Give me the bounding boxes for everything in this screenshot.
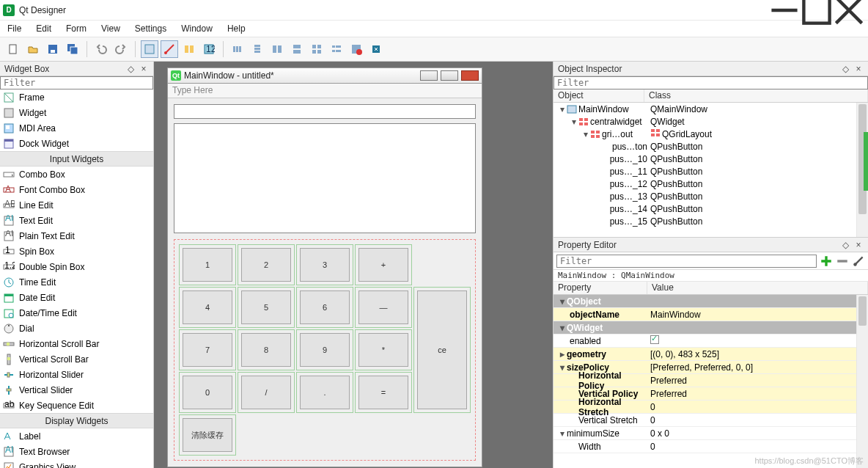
edit-taborder-icon[interactable]: 12 [200,40,218,58]
layout-vsplit-icon[interactable] [288,40,306,58]
remove-dynamic-property-icon[interactable] [836,255,849,268]
widget-item[interactable]: MDI Area [0,120,153,136]
prop-hpolicy[interactable]: Horizontal Policy [553,370,647,391]
object-tree[interactable]: ▾MainWindowQMainWindow▾centralwidgetQWid… [553,103,868,237]
widget-item[interactable]: AIPlain Text Edit [0,228,153,244]
widget-item[interactable]: Graphics View [0,459,153,468]
form-lineedit[interactable] [174,104,476,119]
keypad-button[interactable]: = [358,376,408,409]
form-textedit[interactable] [174,123,476,233]
prop-enabled[interactable]: enabled [553,336,647,346]
edit-buddies-icon[interactable] [180,40,198,58]
widget-item[interactable]: Date Edit [0,290,153,305]
widget-item[interactable]: Frame [0,89,153,105]
widget-item[interactable]: Vertical Scroll Bar [0,351,153,367]
menu-settings[interactable]: Settings [128,22,174,35]
object-tree-row[interactable]: ▾centralwidgetQWidget [553,115,868,128]
menu-help[interactable]: Help [220,22,253,35]
oi-col-object[interactable]: Object [553,89,644,102]
form-menu-hint[interactable]: Type Here [168,84,482,98]
keypad-button[interactable]: . [300,376,350,409]
widget-item[interactable]: AFont Combo Box [0,182,153,197]
layout-form-icon[interactable] [328,40,345,58]
layout-horizontal-icon[interactable] [229,40,246,58]
section-qobject[interactable]: QObject [567,296,601,307]
widget-item[interactable]: 1Spin Box [0,244,153,259]
widget-item[interactable]: Dock Widget [0,136,153,151]
widget-item[interactable]: Horizontal Slider [0,367,153,382]
menu-view[interactable]: View [94,22,128,35]
menu-window[interactable]: Window [174,22,220,35]
prop-minsize[interactable]: minimumSize [567,428,619,439]
widget-item[interactable]: abKey Sequence Edit [0,398,153,413]
prop-objectName[interactable]: objectName [553,310,647,320]
object-inspector-filter[interactable] [553,76,868,89]
redo-icon[interactable] [112,40,130,58]
form-max-icon[interactable] [441,70,458,81]
object-tree-row[interactable]: pus…tonQPushButton [553,140,868,153]
prop-width[interactable]: Width [553,442,647,452]
form-window[interactable]: Qt MainWindow - untitled* Type Here 1 2 … [167,67,482,467]
layout-grid-icon[interactable] [308,40,326,58]
widget-item[interactable]: AIText Edit [0,213,153,228]
object-tree-row[interactable]: pus…_11QPushButton [553,165,868,178]
prop-geometry[interactable]: geometry [567,349,606,359]
checkbox-checked-icon[interactable] [650,335,659,344]
panel-close-icon[interactable]: × [139,64,149,74]
window-close-button[interactable] [833,0,865,21]
object-tree-row[interactable]: pus…_14QPushButton [553,202,868,215]
keypad-button[interactable]: 9 [300,333,350,367]
edit-signals-icon[interactable] [161,40,178,58]
configure-icon[interactable] [852,255,865,268]
keypad-button[interactable]: 0 [183,376,232,409]
object-tree-row[interactable]: pus…_10QPushButton [553,153,868,165]
widget-item[interactable]: Date/Time Edit [0,305,153,321]
window-minimize-button[interactable] [768,0,801,21]
new-file-icon[interactable] [4,40,22,58]
menu-form[interactable]: Form [59,22,94,35]
menu-edit[interactable]: Edit [29,22,59,35]
window-maximize-button[interactable] [801,0,833,21]
prop-vstretch[interactable]: Vertical Stretch [553,415,647,425]
keypad-button[interactable]: 5 [241,290,291,324]
widget-item[interactable]: Combo Box [0,167,153,182]
keypad-button[interactable]: 2 [241,248,291,282]
adjust-size-icon[interactable] [367,40,385,58]
widget-category-display[interactable]: Display Widgets [0,413,153,428]
edit-widgets-icon[interactable] [141,40,158,58]
property-editor-filter[interactable] [556,255,817,268]
save-icon[interactable] [44,40,62,58]
keypad-button[interactable]: 6 [300,290,350,324]
panel-float-icon[interactable]: ◇ [840,240,850,250]
widget-item[interactable]: Dial [0,321,153,336]
layout-hsplit-icon[interactable] [268,40,286,58]
section-qwidget[interactable]: QWidget [567,323,603,333]
form-close-icon[interactable] [461,70,479,81]
break-layout-icon[interactable] [347,40,365,58]
widget-category-input[interactable]: Input Widgets [0,151,153,167]
keypad-button[interactable]: 1 [183,248,232,282]
property-grid[interactable]: ▾QObject objectNameMainWindow ▾QWidget e… [553,295,868,468]
widget-item[interactable]: 1.2Double Spin Box [0,259,153,274]
panel-float-icon[interactable]: ◇ [840,64,850,74]
form-window-titlebar[interactable]: Qt MainWindow - untitled* [167,67,482,84]
keypad-button[interactable]: 8 [241,333,291,367]
panel-close-icon[interactable]: × [853,240,864,250]
form-grid-layout[interactable]: 1 2 3 + 4 5 6 — ce 7 8 9 [174,239,476,461]
oi-col-class[interactable]: Class [644,89,868,102]
add-dynamic-property-icon[interactable] [820,255,833,268]
widget-item[interactable]: Label [0,428,153,444]
panel-float-icon[interactable]: ◇ [125,64,136,74]
undo-icon[interactable] [92,40,110,58]
keypad-button[interactable]: / [241,376,291,409]
widget-item[interactable]: Horizontal Scroll Bar [0,336,153,351]
object-tree-row[interactable]: pus…_12QPushButton [553,178,868,190]
tree-expander-icon[interactable]: ▾ [570,117,578,127]
design-canvas[interactable]: Qt MainWindow - untitled* Type Here 1 2 … [154,62,553,468]
object-tree-row[interactable]: ▾MainWindowQMainWindow [553,103,868,115]
pe-col-value[interactable]: Value [647,282,868,294]
object-tree-row[interactable]: pus…_13QPushButton [553,190,868,202]
keypad-button-clear[interactable]: 清除缓存 [183,418,232,452]
keypad-button[interactable]: 4 [183,290,232,324]
widget-item[interactable]: Widget [0,105,153,120]
